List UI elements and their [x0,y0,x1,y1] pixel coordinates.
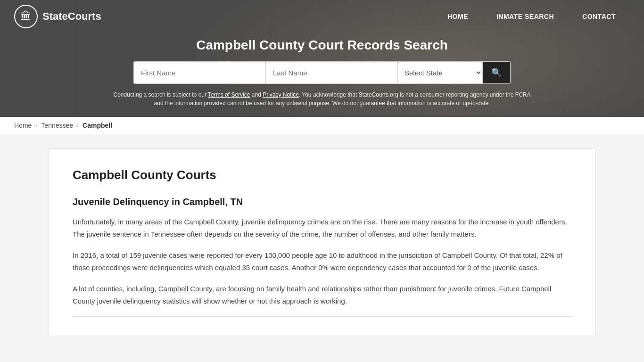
disclaimer-text: Conducting a search is subject to our Te… [110,90,534,107]
first-name-input[interactable] [134,62,266,83]
county-title: Campbell County Courts [73,168,571,182]
disclaimer-and: and [250,91,263,98]
content-para-3: A lot of counties, including, Campbell C… [73,283,571,307]
breadcrumb-current: Campbell [83,122,112,129]
nav-inmate-search[interactable]: INMATE SEARCH [482,1,568,32]
privacy-link[interactable]: Privacy Notice [263,91,299,98]
breadcrumb-state[interactable]: Tennessee [41,122,73,129]
breadcrumb-sep-1: › [35,122,37,129]
logo-icon: 🏛 [14,5,38,28]
nav-contact[interactable]: CONTACT [568,1,630,32]
breadcrumb-home[interactable]: Home [14,122,32,129]
disclaimer-prefix: Conducting a search is subject to our [114,91,208,98]
state-select[interactable]: Select State Alabama Alaska Arizona Arka… [398,62,483,83]
section1-title: Juvenile Delinquency in Campbell, TN [73,197,571,207]
content-para-2: In 2016, a total of 159 juvenile cases w… [73,249,571,273]
navigation: 🏛 StateCourts HOME INMATE SEARCH CONTACT [0,0,644,33]
nav-links: HOME INMATE SEARCH CONTACT [433,1,630,32]
search-button[interactable]: 🔍 [483,62,510,83]
content-card: Campbell County Courts Juvenile Delinque… [49,148,595,336]
site-header: 🏛 StateCourts HOME INMATE SEARCH CONTACT… [0,0,644,117]
section-divider [73,316,571,317]
search-form: Select State Alabama Alaska Arizona Arka… [133,61,511,84]
header-content: Campbell County Court Records Search Sel… [0,33,644,117]
logo-text: StateCourts [42,10,101,23]
content-para-1: Unfortunately, in many areas of the Camp… [73,216,571,240]
search-icon: 🔍 [491,67,502,78]
main-content: Campbell County Courts Juvenile Delinque… [0,148,644,336]
page-title: Campbell County Court Records Search [9,38,635,53]
nav-home[interactable]: HOME [433,1,482,32]
breadcrumb-sep-2: › [77,122,79,129]
breadcrumb: Home › Tennessee › Campbell [0,117,644,134]
tos-link[interactable]: Terms of Service [208,91,250,98]
last-name-input[interactable] [266,62,398,83]
site-logo[interactable]: 🏛 StateCourts [14,5,101,28]
